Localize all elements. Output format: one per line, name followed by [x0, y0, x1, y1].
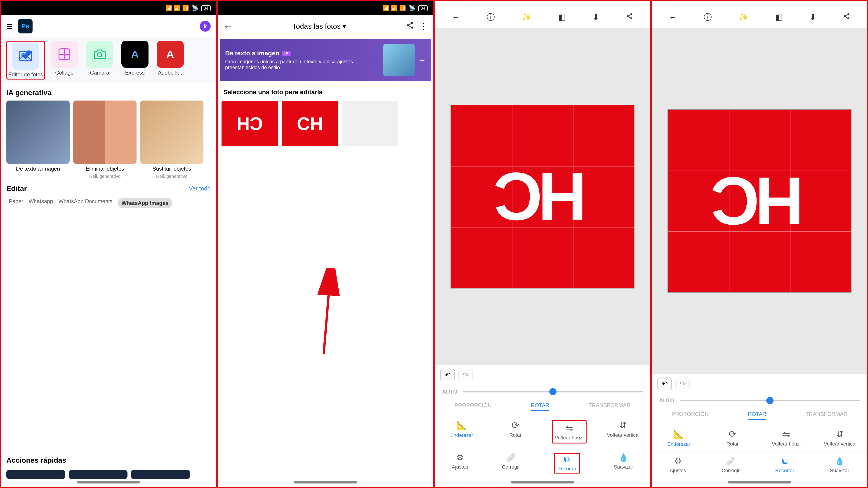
tab-rotar[interactable]: ROTAR: [748, 411, 766, 420]
tool-adobe-f[interactable]: A Adobe F...: [154, 41, 186, 79]
tool-suavizar[interactable]: 💧Suavizar: [614, 453, 633, 474]
canvas-area[interactable]: HC: [652, 28, 867, 374]
back-button[interactable]: ←: [669, 12, 677, 22]
tab-whatsapp[interactable]: Whatsapp: [29, 198, 53, 208]
premium-button[interactable]: ♛: [200, 21, 211, 32]
ver-todo-link[interactable]: Ver todo: [189, 185, 211, 192]
svg-line-22: [845, 17, 847, 18]
option-rotar[interactable]: ⟳Rotar: [716, 429, 749, 447]
back-button[interactable]: ←: [223, 21, 232, 31]
album-dropdown[interactable]: Todas las fotos ▾: [238, 22, 401, 31]
menu-icon[interactable]: ≡: [6, 20, 13, 33]
tool-corregir[interactable]: 🩹Corregir: [722, 456, 740, 474]
svg-line-17: [628, 17, 630, 18]
photoshop-logo[interactable]: Ps: [18, 19, 33, 33]
status-bar: 📶 📶 📶 📡 34: [218, 1, 433, 15]
option-rotar[interactable]: ⟳Rotar: [498, 420, 532, 444]
option-voltear-horiz[interactable]: ⇋Voltear horiz.: [770, 429, 803, 447]
option-enderezar[interactable]: 📐Enderezar: [445, 420, 479, 444]
svg-point-5: [97, 53, 102, 57]
tab-whatsapp-docs[interactable]: WhatsApp Documents: [59, 198, 113, 208]
ia-card-eliminar[interactable]: Eliminar objetos Rell. generativo: [73, 101, 136, 179]
option-voltear-vertical[interactable]: ⇵Voltear vertical: [606, 420, 640, 444]
tool-suavizar[interactable]: 💧Suavizar: [830, 456, 849, 474]
ia-card-sustituir[interactable]: Sustituir objetos Rell. generativo: [140, 101, 204, 179]
tool-recortar[interactable]: ⧉Recortar: [775, 456, 794, 474]
share-icon[interactable]: [626, 12, 633, 22]
magic-icon[interactable]: ✨: [522, 12, 532, 22]
home-header: ≡ Ps ♛: [1, 15, 216, 37]
help-icon[interactable]: ⓘ: [704, 12, 712, 23]
svg-line-21: [845, 15, 847, 16]
svg-point-13: [630, 13, 632, 15]
tools-grid: Editor de fotos Collage Cámara A Express…: [1, 37, 216, 83]
slider-track[interactable]: [680, 400, 860, 401]
canvas-image[interactable]: HC: [668, 109, 851, 293]
download-icon[interactable]: ⬇: [809, 12, 816, 22]
tool-camara[interactable]: Cámara: [84, 41, 116, 79]
redo-button[interactable]: ↷: [675, 378, 690, 390]
magic-icon[interactable]: ✨: [739, 12, 749, 22]
acciones-title: Acciones rápidas: [1, 451, 216, 470]
svg-line-12: [324, 273, 331, 354]
svg-point-7: [407, 24, 409, 26]
editar-tabs: llPaper Whatsapp WhatsApp Documents What…: [1, 198, 216, 212]
tab-transformar[interactable]: TRANSFORMAR: [806, 411, 847, 420]
ia-card-texto-imagen[interactable]: De texto a imagen: [6, 101, 70, 179]
signal-icon: 📶 📶 📶: [165, 5, 189, 11]
undo-button[interactable]: ↶: [440, 369, 455, 381]
wifi-icon: 📡: [192, 5, 198, 11]
photo-thumb[interactable]: [342, 101, 398, 147]
tab-rotar[interactable]: ROTAR: [531, 402, 549, 411]
slider-thumb[interactable]: [549, 388, 557, 395]
qa-card[interactable]: [6, 470, 65, 479]
editor-header: ← ⓘ ✨ ◧ ⬇: [652, 6, 867, 28]
back-button[interactable]: ←: [452, 12, 460, 22]
qa-card[interactable]: [69, 470, 127, 479]
slider-thumb[interactable]: [766, 397, 774, 404]
bottom-toolbar: ⚙Ajustes 🩹Corregir ⧉Recortar 💧Suavizar: [435, 449, 650, 479]
option-enderezar[interactable]: 📐Enderezar: [662, 429, 696, 447]
slider-track[interactable]: [463, 391, 643, 392]
more-icon[interactable]: ⋮: [420, 22, 428, 31]
texto-imagen-banner[interactable]: De texto a imagen IA Crea imágenes única…: [220, 39, 431, 81]
canvas-image[interactable]: HC: [451, 105, 634, 289]
tab-proporcion[interactable]: PROPORCIÓN: [455, 402, 492, 411]
tool-corregir[interactable]: 🩹Corregir: [502, 453, 520, 474]
canvas-area[interactable]: HC: [435, 28, 650, 365]
tool-ajustes[interactable]: ⚙Ajustes: [452, 453, 468, 474]
photo-thumb[interactable]: CH: [282, 101, 338, 147]
option-voltear-vertical[interactable]: ⇵Voltear vertical: [823, 429, 857, 447]
tool-editor-fotos[interactable]: Editor de fotos: [6, 41, 45, 79]
photo-thumb[interactable]: CH: [221, 101, 278, 147]
redo-button[interactable]: ↷: [458, 369, 473, 381]
qa-card[interactable]: [131, 470, 190, 479]
option-voltear-horiz[interactable]: ⇋Voltear horiz.: [552, 420, 586, 444]
ia-row: De texto a imagen Eliminar objetos Rell.…: [1, 101, 216, 179]
svg-point-18: [847, 13, 849, 15]
svg-line-9: [409, 23, 411, 25]
crop-tabs: PROPORCIÓN ROTAR TRANSFORMAR: [652, 408, 867, 423]
tab-llpaper[interactable]: llPaper: [6, 198, 23, 208]
download-icon[interactable]: ⬇: [592, 12, 599, 22]
rotate-options: 📐Enderezar ⟳Rotar ⇋Voltear horiz. ⇵Volte…: [435, 415, 650, 449]
share-icon[interactable]: [406, 21, 414, 31]
tool-ajustes[interactable]: ⚙Ajustes: [670, 456, 686, 474]
share-icon[interactable]: [843, 12, 850, 22]
compare-icon[interactable]: ◧: [775, 12, 783, 22]
tab-transformar[interactable]: TRANSFORMAR: [589, 402, 630, 411]
tool-collage[interactable]: Collage: [49, 41, 80, 79]
compare-icon[interactable]: ◧: [558, 12, 566, 22]
tab-proporcion[interactable]: PROPORCIÓN: [672, 411, 709, 420]
svg-point-15: [630, 18, 632, 19]
rotate-options: 📐Enderezar ⟳Rotar ⇋Voltear horiz. ⇵Volte…: [652, 423, 867, 453]
tab-whatsapp-images[interactable]: WhatsApp Images: [118, 198, 172, 208]
undo-button[interactable]: ↶: [657, 378, 672, 390]
panel-home: 📶 📶 📶 📡 34 ≡ Ps ♛ Editor de fotos Collag…: [0, 0, 217, 488]
tool-recortar[interactable]: ⧉Recortar: [554, 453, 580, 474]
photos-header: ← Todas las fotos ▾ ⋮: [218, 15, 433, 37]
undo-redo-row: ↶ ↷: [435, 365, 650, 385]
tool-express[interactable]: A Express: [119, 41, 151, 79]
help-icon[interactable]: ⓘ: [487, 12, 495, 23]
wifi-icon: 📡: [409, 5, 415, 11]
